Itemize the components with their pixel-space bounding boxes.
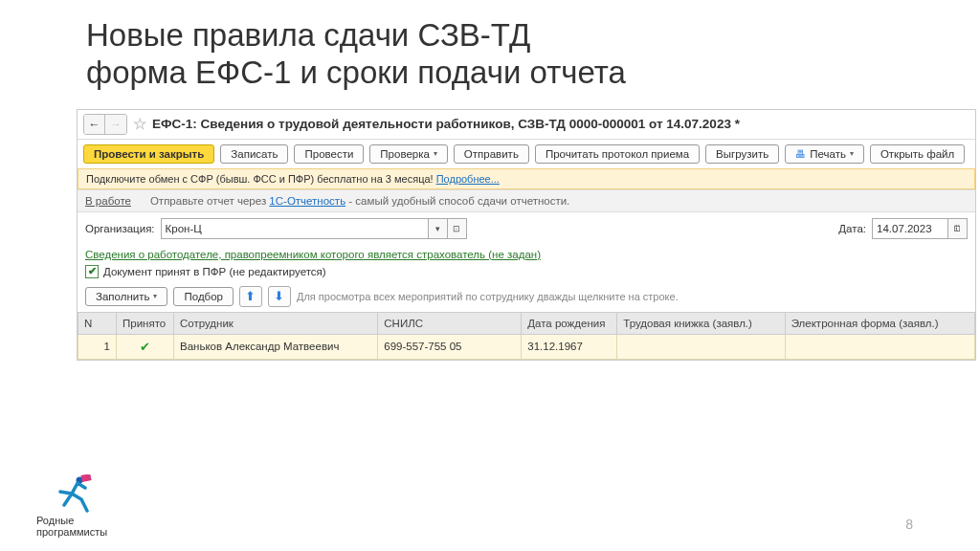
table-header-row: N Принято Сотрудник СНИЛС Дата рождения … xyxy=(78,312,975,334)
accepted-checkbox-label: Документ принят в ПФР (не редактируется) xyxy=(103,266,326,277)
employees-table: N Принято Сотрудник СНИЛС Дата рождения … xyxy=(78,312,975,360)
post-and-close-button[interactable]: Провести и закрыть xyxy=(83,144,214,164)
one-c-reporting-link[interactable]: 1С-Отчетность xyxy=(269,195,345,207)
status-value[interactable]: В работе xyxy=(85,195,131,207)
check-button[interactable]: Проверка▾ xyxy=(369,144,448,164)
accepted-checkbox-row: ✔ Документ принят в ПФР (не редактируетс… xyxy=(78,262,975,281)
print-button[interactable]: 🖶Печать▾ xyxy=(785,144,864,164)
nav-back-button[interactable]: ← xyxy=(84,115,105,134)
chevron-down-icon: ▾ xyxy=(153,292,157,300)
write-button[interactable]: Записать xyxy=(220,144,288,164)
title-line1: Новые правила сдачи СЗВ-ТД xyxy=(86,17,530,53)
open-file-button[interactable]: Открыть файл xyxy=(870,144,965,164)
info-text: Подключите обмен с СФР (бывш. ФСС и ПФР)… xyxy=(86,173,436,185)
move-up-button[interactable]: ⬆ xyxy=(239,286,262,307)
cell-employee: Ваньков Александр Матвеевич xyxy=(174,334,378,359)
table-hint: Для просмотра всех мероприятий по сотруд… xyxy=(297,291,679,302)
org-open-button[interactable]: ⊡ xyxy=(448,218,467,239)
page-number: 8 xyxy=(905,517,913,532)
col-snils[interactable]: СНИЛС xyxy=(378,312,522,334)
nav-forward-button[interactable]: → xyxy=(105,115,126,134)
table-toolbar: Заполнить▾ Подбор ⬆ ⬇ Для просмотра всех… xyxy=(78,281,975,312)
cell-workbook xyxy=(617,334,785,359)
date-label: Дата: xyxy=(838,223,866,234)
runner-icon xyxy=(51,474,93,513)
org-label: Организация: xyxy=(85,223,155,234)
org-input[interactable]: Крон-Ц xyxy=(161,218,429,239)
favorite-star-icon[interactable]: ☆ xyxy=(133,115,146,133)
move-down-button[interactable]: ⬇ xyxy=(268,286,291,307)
col-accepted[interactable]: Принято xyxy=(117,312,174,334)
cell-snils: 699-557-755 05 xyxy=(378,334,522,359)
read-protocol-button[interactable]: Прочитать протокол приема xyxy=(535,144,700,164)
main-toolbar: Провести и закрыть Записать Провести Про… xyxy=(78,140,975,168)
fill-button[interactable]: Заполнить▾ xyxy=(85,287,167,306)
table-row[interactable]: 1 ✔ Ваньков Александр Матвеевич 699-557-… xyxy=(78,334,975,359)
titlebar: ← → ☆ ЕФС-1: Сведения о трудовой деятель… xyxy=(78,110,975,140)
info-more-link[interactable]: Подробнее... xyxy=(436,173,500,185)
cell-electronic xyxy=(785,334,974,359)
status-hint: Отправьте отчет через 1С-Отчетность - са… xyxy=(150,195,569,207)
cell-dob: 31.12.1967 xyxy=(522,334,617,359)
document-title: ЕФС-1: Сведения о трудовой деятельности … xyxy=(152,117,740,131)
col-n[interactable]: N xyxy=(78,312,117,334)
logo-text: Родные программисты xyxy=(36,515,107,538)
printer-icon: 🖶 xyxy=(795,148,806,160)
col-dob[interactable]: Дата рождения xyxy=(522,312,617,334)
footer-logo: Родные программисты xyxy=(36,474,107,538)
post-button[interactable]: Провести xyxy=(294,144,364,164)
send-button[interactable]: Отправить xyxy=(454,144,529,164)
pick-button[interactable]: Подбор xyxy=(173,287,234,306)
app-window: ← → ☆ ЕФС-1: Сведения о трудовой деятель… xyxy=(77,109,976,361)
org-date-row: Организация: Крон-Ц ▾ ⊡ Дата: 14.07.2023… xyxy=(78,212,975,245)
status-bar: В работе Отправьте отчет через 1С-Отчетн… xyxy=(78,189,975,212)
date-input[interactable]: 14.07.2023 xyxy=(872,218,948,239)
accepted-checkbox[interactable]: ✔ xyxy=(85,265,99,278)
export-button[interactable]: Выгрузить xyxy=(705,144,779,164)
chevron-down-icon: ▾ xyxy=(850,149,854,158)
nav-arrows: ← → xyxy=(83,114,127,135)
chevron-down-icon: ▾ xyxy=(434,149,437,158)
check-icon: ✔ xyxy=(140,340,150,354)
cell-n: 1 xyxy=(78,334,117,359)
employer-info-link[interactable]: Сведения о работодателе, правопреемником… xyxy=(78,247,548,262)
info-bar: Подключите обмен с СФР (бывш. ФСС и ПФР)… xyxy=(78,168,975,189)
org-dropdown-button[interactable]: ▾ xyxy=(429,218,448,239)
col-electronic[interactable]: Электронная форма (заявл.) xyxy=(785,312,974,334)
date-picker-button[interactable]: 🗓 xyxy=(948,218,968,239)
svg-rect-1 xyxy=(80,474,91,482)
col-workbook[interactable]: Трудовая книжка (заявл.) xyxy=(617,312,785,334)
cell-accepted[interactable]: ✔ xyxy=(117,334,174,359)
title-line2: форма ЕФС-1 и сроки подачи отчета xyxy=(86,55,626,90)
slide-title: Новые правила сдачи СЗВ-ТД форма ЕФС-1 и… xyxy=(86,17,894,92)
col-employee[interactable]: Сотрудник xyxy=(174,312,378,334)
